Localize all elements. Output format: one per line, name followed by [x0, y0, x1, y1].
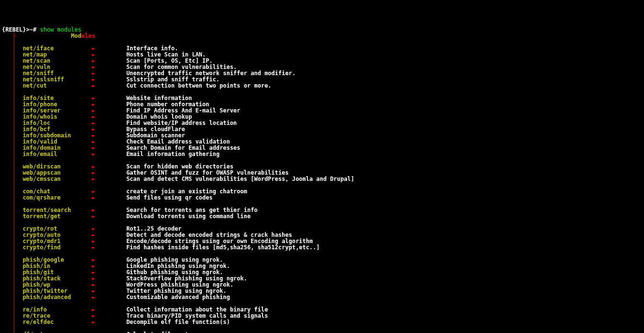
module-name[interactable]: net/vuln [22, 64, 92, 70]
terminal-output: {REBEL}>~# show modules ├ Modules │ │ ne… [2, 27, 642, 333]
tree-pipe-icon: │ [12, 219, 16, 226]
tree-pipe-icon: │ [12, 126, 16, 133]
module-name[interactable]: net/scan [22, 57, 92, 64]
module-row: │ torrent/get ► Download torrents using … [2, 213, 642, 220]
tree-pipe-icon: │ [12, 213, 16, 220]
tree-pipe-icon: │ [12, 281, 16, 288]
tree-pipe-icon: │ [12, 263, 16, 269]
module-name[interactable]: net/cut [22, 82, 92, 89]
tree-pipe-icon: │ [12, 163, 16, 170]
header-left: Mod [71, 33, 82, 39]
module-description: Trace binary/PID system calls and signal… [126, 312, 268, 319]
module-name[interactable]: info/domain [22, 144, 92, 151]
tree-pipe-icon: │ [12, 294, 16, 300]
module-description: Interface info. [126, 45, 178, 52]
module-description: Download torrents using command line [126, 213, 251, 220]
tree-pipe-icon: │ [12, 288, 16, 294]
module-description: Email information gathering [126, 151, 219, 157]
module-name[interactable]: phish/advanced [22, 294, 92, 300]
module-name[interactable]: info/valid [22, 138, 92, 145]
module-description: Encode/decode strings using our own Enco… [126, 238, 313, 244]
module-description: Cut connection bettwen two points or mor… [126, 82, 271, 89]
tree-pipe-icon: │ [12, 306, 16, 313]
header-right: ules [81, 33, 95, 39]
module-name[interactable]: info/server [22, 107, 92, 114]
module-name[interactable]: net/iface [22, 45, 92, 52]
module-name[interactable]: info/loc [22, 120, 92, 126]
module-name[interactable]: info/site [22, 95, 92, 101]
module-description: Bypass cloudFlare [126, 126, 185, 133]
module-description: Find IP Address And E-mail Server [126, 107, 240, 114]
tree-pipe-icon: │ [12, 76, 16, 83]
module-name[interactable]: re/trace [22, 312, 92, 319]
module-name[interactable]: net/map [22, 51, 92, 58]
module-description: Search Domain for Email addresses [126, 144, 240, 151]
module-row: │ phish/advanced ► Customizable advanced… [2, 294, 642, 300]
module-name[interactable]: net/sslsniff [22, 76, 92, 83]
module-name[interactable]: info/subdomain [22, 132, 92, 139]
module-name[interactable]: net/sniff [22, 70, 92, 77]
module-name[interactable]: web/appscan [22, 169, 92, 176]
tree-pipe-icon: │ [12, 95, 16, 101]
module-description: LinkedIn phishing using ngrok. [126, 263, 230, 269]
tree-pipe-icon: │ [12, 45, 16, 52]
module-description: Rot1..25 decoder [126, 225, 182, 232]
tree-pipe-icon: │ [12, 39, 16, 45]
module-name[interactable]: info/whois [22, 113, 92, 120]
module-name[interactable]: info/bcf [22, 126, 92, 133]
module-name[interactable]: com/chat [22, 188, 92, 195]
tree-pipe-icon: │ [12, 138, 16, 145]
module-description: Send files using qr codes [126, 194, 213, 201]
tree-pipe-icon: │ [12, 331, 16, 333]
module-name[interactable]: com/qrshare [22, 194, 92, 201]
module-name[interactable]: crypto/rot [22, 225, 92, 232]
module-description: Search for torrents ans get thier info [126, 207, 258, 213]
tree-pipe-icon: │ [12, 275, 16, 282]
module-name[interactable]: phish/wp [22, 281, 92, 288]
tree-pipe-icon: │ [12, 157, 16, 164]
module-name[interactable]: phish/git [22, 269, 92, 276]
module-name[interactable]: info/phone [22, 101, 92, 108]
tree-pipe-icon: │ [12, 256, 16, 263]
module-name[interactable]: crypto/auto [22, 232, 92, 238]
module-description: Detect and decode encoded strings & crac… [126, 232, 292, 238]
module-description: WordPress phishing using ngrok. [126, 281, 233, 288]
tree-pipe-icon: │ [12, 207, 16, 213]
module-description: Gather OSINT and fuzz for OWASP vulnerab… [126, 169, 289, 176]
module-row: │ net/cut ► Cut connection bettwen two p… [2, 83, 642, 89]
tree-pipe-icon: │ [12, 132, 16, 139]
tree-pipe-icon: │ [12, 82, 16, 89]
module-name[interactable]: phish/google [22, 256, 92, 263]
module-name[interactable]: df/entropy [22, 331, 92, 333]
module-description: Decompile elf file function(s) [126, 319, 230, 325]
module-description: Phone number onformation [126, 101, 209, 108]
module-name[interactable]: re/elfdec [22, 319, 92, 325]
module-description: StackOverflow phishing using ngrok. [126, 275, 247, 282]
tree-tee-icon: ├ [12, 33, 16, 39]
module-row: │ com/qrshare ► Send files using qr code… [2, 195, 642, 201]
tree-pipe-icon: │ [12, 64, 16, 70]
module-name[interactable]: phish/stack [22, 275, 92, 282]
module-name[interactable]: re/info [22, 306, 92, 313]
module-name[interactable]: info/email [22, 151, 92, 157]
module-description: Collect information about the binary fil… [126, 306, 268, 313]
module-name[interactable]: torrent/search [22, 207, 92, 213]
module-description: Scan and detect CMS vulnerabilities [Wor… [126, 176, 354, 182]
module-name[interactable]: torrent/get [22, 213, 92, 220]
tree-pipe-icon: │ [12, 182, 16, 189]
module-name[interactable]: crypto/find [22, 244, 92, 251]
command-input[interactable]: show modules [40, 26, 81, 33]
module-name[interactable]: web/dirscan [22, 163, 92, 170]
module-description: Scan for hidden web directories [126, 163, 233, 170]
module-name[interactable]: crypto/mdr1 [22, 238, 92, 244]
tree-pipe-icon: │ [12, 244, 16, 251]
module-description: Domain whois lookup [126, 113, 192, 120]
tree-pipe-icon: │ [12, 225, 16, 232]
module-row: │ re/elfdec ► Decompile elf file functio… [2, 319, 642, 325]
module-name[interactable]: phish/in [22, 263, 92, 269]
module-description: Website information [126, 95, 192, 101]
module-name[interactable]: phish/twitter [22, 288, 92, 294]
tree-pipe-icon: │ [12, 238, 16, 244]
tree-pipe-icon: │ [12, 319, 16, 325]
module-name[interactable]: web/cmsscan [22, 176, 92, 182]
